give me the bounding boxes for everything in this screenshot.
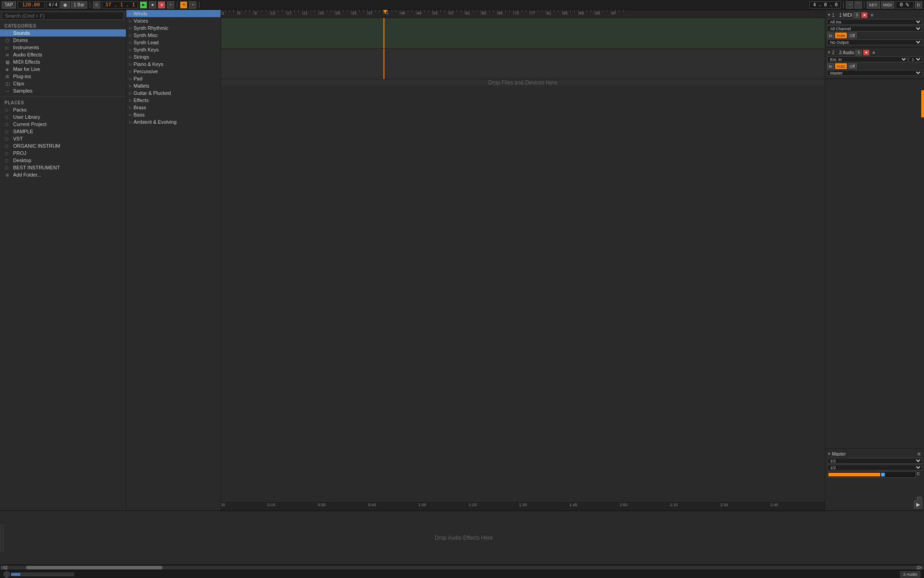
rec-button[interactable]: ● (158, 1, 165, 9)
midi-effects-icon: ▦ (5, 60, 11, 65)
loop-toggle[interactable]: ⟲ (180, 1, 187, 9)
ruler-tick (611, 10, 611, 14)
sidebar-item-add-folder[interactable]: ⊕Add Folder... (0, 171, 126, 178)
browser-item-mallets[interactable]: ▷Mallets (126, 82, 221, 89)
ruler-label: 21 (303, 11, 308, 15)
audio-s-btn[interactable]: S (855, 50, 862, 56)
midi-monitor-auto[interactable]: Auto (835, 33, 847, 38)
ruler-tick (517, 10, 518, 12)
ruler-tick (258, 10, 258, 12)
ruler-tick (542, 10, 542, 12)
scroll-right-btn[interactable]: ▷ (916, 566, 923, 569)
search-input[interactable] (2, 12, 124, 20)
ruler-tick (562, 10, 563, 14)
sidebar-item-max-for-live[interactable]: ◈Max for Live (0, 65, 126, 73)
midi-output-select[interactable]: No Output (827, 39, 922, 45)
audio-track-lane[interactable] (221, 49, 825, 79)
sidebar-item-sample[interactable]: □SAMPLE (0, 128, 126, 135)
midi-monitor-off[interactable]: Off (848, 33, 857, 38)
key-button[interactable]: KEY (867, 1, 879, 9)
back-button[interactable]: ⟨⟨ (93, 1, 100, 9)
loop-indicator[interactable]: ◉ (60, 1, 70, 9)
midi-track-lane[interactable] (221, 18, 825, 48)
sidebar-item-user-library[interactable]: □User Library (0, 113, 126, 121)
browser-item-piano-keys[interactable]: ▷Piano & Keys (126, 61, 221, 68)
sidebar-item-proj[interactable]: □PROJ (0, 149, 126, 157)
resize-button[interactable]: D (915, 1, 923, 9)
sidebar-item-drums[interactable]: ⬡Drums (0, 37, 126, 44)
midi-button[interactable]: MIDI (881, 1, 894, 9)
sidebar-item-samples[interactable]: ↔Samples (0, 87, 126, 94)
play-button[interactable]: ▶ (140, 1, 147, 9)
sidebar-item-midi-effects[interactable]: ▦MIDI Effects (0, 58, 126, 65)
scroll-left-btn[interactable]: ◁ (1, 566, 8, 569)
draw-btn[interactable]: ⌒ (855, 1, 862, 9)
browser-item-ambient-evolving[interactable]: ▷Ambient & Evolving (126, 118, 221, 126)
browser-item-brass[interactable]: ▷Brass (126, 104, 221, 111)
bar-selector[interactable]: 1 Bar (71, 1, 87, 9)
browser-label-voices: Voices (134, 18, 148, 23)
sidebar-item-vst[interactable]: □VST (0, 135, 126, 142)
track-status-btn[interactable]: 2-Audio (900, 571, 920, 578)
page-nav-btn[interactable]: ▶ (914, 500, 922, 508)
punch-button[interactable]: + (189, 1, 196, 9)
master-menu-btn[interactable]: ≡ (916, 451, 922, 457)
browser-item-pad[interactable]: ▷Pad (126, 75, 221, 82)
sidebar-item-current-project[interactable]: □Current Project (0, 121, 126, 128)
stop-button[interactable]: ■ (149, 1, 156, 9)
audio-menu-btn[interactable]: ≡ (871, 49, 877, 56)
browser-item-synth-misc[interactable]: ▷Synth Misc (126, 32, 221, 39)
master-input2[interactable]: 1/2 (827, 465, 922, 471)
sidebar-item-sounds[interactable]: ♪Sounds (0, 29, 126, 37)
browser-item-guitar-plucked[interactable]: ▷Guitar & Plucked (126, 89, 221, 97)
sidebar-item-packs[interactable]: □Packs (0, 106, 126, 113)
audio-rec-btn[interactable]: ● (863, 50, 869, 56)
browser-item-synth-rhythmic[interactable]: ▷Synth Rhythmic (126, 24, 221, 32)
sidebar-label-max-for-live: Max for Live (13, 66, 40, 72)
curve-btn[interactable]: ~ (846, 1, 853, 9)
scrollbar-thumb[interactable] (26, 566, 162, 569)
browser-item-bass[interactable]: ▷Bass (126, 111, 221, 118)
sidebar-item-audio-effects[interactable]: ≋Audio Effects (0, 51, 126, 58)
sidebar-item-best-instrument[interactable]: □BEST INSTRUMENT (0, 164, 126, 171)
sidebar-item-clips[interactable]: ◫Clips (0, 80, 126, 87)
time-marker-9: 2:15 (670, 503, 678, 507)
overdub-button[interactable]: + (167, 1, 174, 9)
browser-item-synth-keys[interactable]: ▷Synth Keys (126, 46, 221, 53)
audio-input-select[interactable]: Ext. In (827, 56, 908, 62)
browser-item-winds[interactable]: ▷Winds (126, 10, 221, 17)
sidebar-item-plug-ins[interactable]: ⊞Plug-ins (0, 73, 126, 80)
audio-monitor-auto[interactable]: Auto (835, 63, 847, 69)
ruler-tick (599, 10, 599, 12)
ruler-tick (237, 10, 238, 14)
sidebar-label-drums: Drums (13, 37, 28, 43)
browser-item-strings[interactable]: ▷Strings (126, 53, 221, 61)
audio-channel-select1[interactable]: 1 (909, 56, 922, 62)
cpu-circle[interactable] (4, 571, 10, 578)
sidebar-item-desktop[interactable]: □Desktop (0, 157, 126, 164)
midi-menu-btn[interactable]: ≡ (869, 12, 875, 18)
midi-monitor-in[interactable]: In (827, 33, 834, 38)
midi-s-btn[interactable]: S (854, 12, 860, 18)
audio-monitor-in[interactable]: In (827, 63, 834, 69)
browser-item-voices[interactable]: ▷Voices (126, 17, 221, 24)
sidebar-item-instruments[interactable]: ▷Instruments (0, 44, 126, 51)
sidebar-item-organic-instrum[interactable]: □ORGANIC INSTRUM (0, 142, 126, 149)
time-marker-7: 1:45 (569, 503, 578, 507)
master-vol-bar[interactable] (827, 471, 916, 478)
browser-item-effects[interactable]: ▷Effects (126, 97, 221, 104)
midi-input-select[interactable]: All Ins (827, 19, 922, 25)
browser-item-synth-lead[interactable]: ▷Synth Lead (126, 39, 221, 46)
master-input1[interactable]: 1/2 (827, 458, 922, 464)
tap-button[interactable]: TAP (2, 1, 16, 9)
audio-output-select[interactable]: Master (827, 70, 922, 76)
midi-rec-btn[interactable]: ● (861, 12, 867, 18)
scrollbar-track[interactable] (8, 566, 916, 569)
sidebar-label-sounds: Sounds (13, 30, 30, 36)
audio-monitor-off[interactable]: Off (848, 63, 857, 69)
midi-channel-select[interactable]: All Channel (827, 26, 922, 32)
h-scrollbar[interactable]: ◁ ▷ (0, 564, 924, 570)
ruler-tick (396, 10, 396, 12)
browser-item-percussive[interactable]: ▷Percussive (126, 68, 221, 75)
count-display: 4 . 0 . 0 (809, 1, 841, 9)
